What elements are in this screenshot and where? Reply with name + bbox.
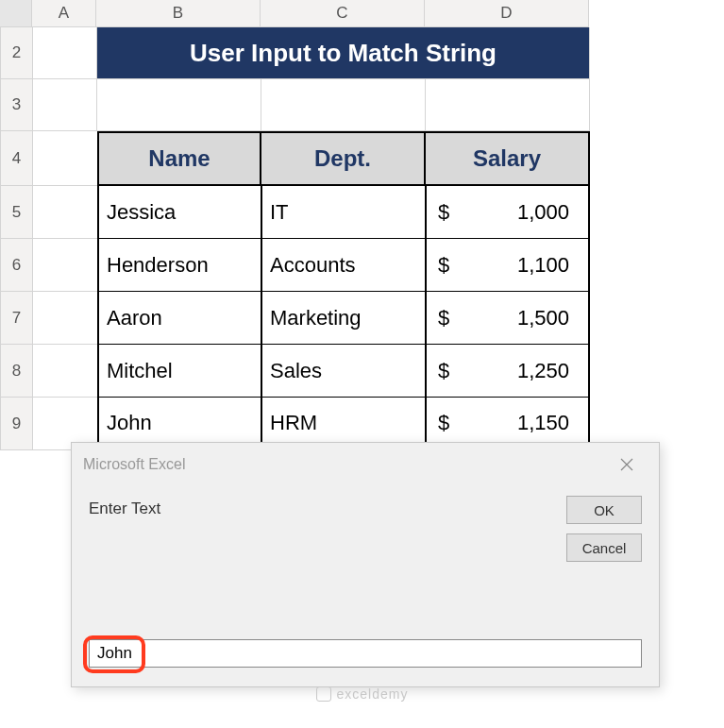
- dialog-prompt: Enter Text: [89, 499, 642, 518]
- cell-a5[interactable]: [33, 186, 97, 239]
- table-cell-dept-2[interactable]: Marketing: [261, 292, 426, 345]
- cell-d3[interactable]: [426, 79, 590, 131]
- select-all-corner[interactable]: [0, 0, 32, 27]
- currency-symbol: $: [438, 253, 449, 278]
- currency-symbol: $: [438, 200, 449, 225]
- input-dialog: Microsoft Excel Enter Text OK Cancel: [71, 442, 660, 687]
- salary-value: 1,100: [517, 253, 569, 278]
- table-cell-dept-1[interactable]: Accounts: [261, 239, 426, 292]
- table-cell-salary-2[interactable]: $1,500: [426, 292, 590, 345]
- salary-value: 1,150: [517, 411, 569, 435]
- table-cell-name-0[interactable]: Jessica: [97, 186, 261, 239]
- dialog-text-input[interactable]: [89, 639, 642, 668]
- currency-symbol: $: [438, 306, 449, 330]
- dialog-titlebar[interactable]: Microsoft Excel: [72, 443, 659, 486]
- salary-value: 1,000: [517, 200, 569, 225]
- table-cell-salary-0[interactable]: $1,000: [426, 186, 590, 239]
- row-header-9[interactable]: 9: [1, 398, 33, 450]
- cell-a3[interactable]: [33, 79, 97, 131]
- row-header-3[interactable]: 3: [1, 79, 33, 131]
- row-header-6[interactable]: 6: [1, 239, 33, 292]
- column-headers-row: A B C D: [0, 0, 724, 27]
- cell-a7[interactable]: [33, 292, 97, 345]
- banner-title[interactable]: User Input to Match String: [97, 27, 590, 79]
- table-cell-name-2[interactable]: Aaron: [97, 292, 261, 345]
- table-cell-salary-3[interactable]: $1,250: [426, 345, 590, 398]
- salary-value: 1,250: [517, 359, 569, 383]
- row-header-4[interactable]: 4: [1, 131, 33, 186]
- dialog-input-wrap: [89, 639, 642, 668]
- table-cell-dept-3[interactable]: Sales: [261, 345, 426, 398]
- close-icon: [620, 458, 633, 471]
- row-header-5[interactable]: 5: [1, 186, 33, 239]
- table-header-name[interactable]: Name: [97, 131, 261, 186]
- row-header-8[interactable]: 8: [1, 345, 33, 398]
- ok-button[interactable]: OK: [566, 496, 642, 524]
- watermark: exceldemy: [316, 686, 409, 702]
- table-cell-name-3[interactable]: Mitchel: [97, 345, 261, 398]
- salary-value: 1,500: [517, 306, 569, 330]
- table-header-salary[interactable]: Salary: [426, 131, 590, 186]
- cell-a4[interactable]: [33, 131, 97, 186]
- cell-a8[interactable]: [33, 345, 97, 398]
- dialog-body: Enter Text OK Cancel: [72, 486, 659, 685]
- col-header-b[interactable]: B: [96, 0, 261, 27]
- currency-symbol: $: [438, 359, 449, 383]
- dialog-title: Microsoft Excel: [83, 456, 185, 473]
- table-cell-name-1[interactable]: Henderson: [97, 239, 261, 292]
- col-header-c[interactable]: C: [261, 0, 425, 27]
- cell-c3[interactable]: [261, 79, 426, 131]
- watermark-icon: [316, 686, 331, 702]
- row-header-2[interactable]: 2: [1, 27, 33, 79]
- cell-a2[interactable]: [33, 27, 97, 79]
- table-cell-dept-0[interactable]: IT: [261, 186, 426, 239]
- col-header-d[interactable]: D: [425, 0, 589, 27]
- watermark-text: exceldemy: [337, 686, 409, 702]
- table-header-dept[interactable]: Dept.: [261, 131, 426, 186]
- cell-b3[interactable]: [97, 79, 261, 131]
- spreadsheet-grid: 2 User Input to Match String 3 4 Name De…: [0, 27, 724, 450]
- currency-symbol: $: [438, 411, 449, 435]
- row-header-7[interactable]: 7: [1, 292, 33, 345]
- col-header-a[interactable]: A: [32, 0, 96, 27]
- dialog-buttons: OK Cancel: [566, 496, 642, 562]
- cancel-button[interactable]: Cancel: [566, 533, 642, 562]
- cell-a6[interactable]: [33, 239, 97, 292]
- table-cell-salary-1[interactable]: $1,100: [426, 239, 590, 292]
- close-button[interactable]: [606, 450, 648, 479]
